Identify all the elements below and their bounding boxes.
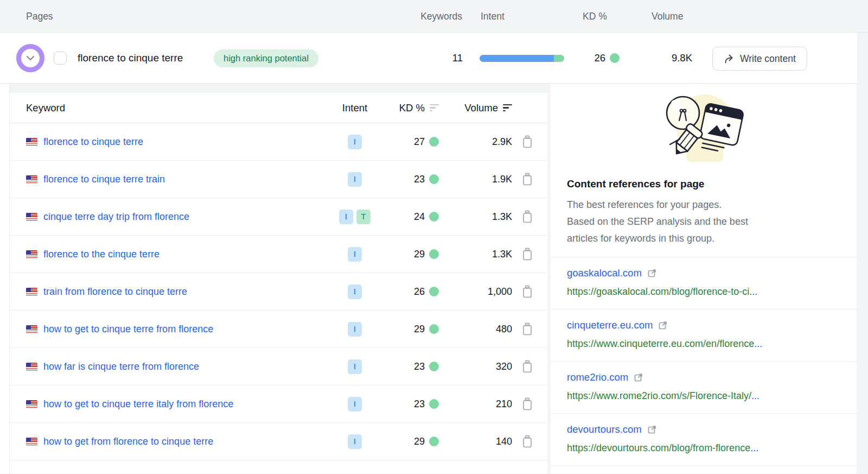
us-flag-icon	[26, 138, 37, 146]
reference-item: goaskalocal.com https://goaskalocal.com/…	[551, 257, 857, 309]
delete-keyword-button[interactable]	[521, 134, 534, 149]
write-content-label: Write content	[740, 53, 796, 65]
chevron-down-icon	[26, 55, 35, 61]
table-row: how to get to cinque terre from florence…	[10, 311, 547, 348]
main-content: Keyword Intent KD % Volume florence to c…	[0, 84, 868, 473]
kd-value: 29	[414, 249, 425, 260]
trash-icon	[522, 323, 533, 336]
keyword-link[interactable]: florence to the cinque terre	[43, 249, 159, 260]
keyword-link[interactable]: how to get to cinque terre italy from fl…	[43, 399, 233, 410]
intent-column-label: Intent	[481, 0, 505, 33]
external-link-icon[interactable]	[647, 425, 657, 434]
kd-difficulty-dot	[429, 137, 439, 147]
intent-badge-informational: I	[348, 434, 362, 449]
external-link-icon[interactable]	[658, 320, 668, 330]
content-references-panel: Content references for page The best ref…	[551, 84, 857, 473]
trash-icon	[522, 360, 533, 373]
keyword-link[interactable]: florence to cinque terre train	[43, 174, 165, 185]
delete-keyword-button[interactable]	[521, 396, 534, 412]
intent-badge-informational: I	[339, 210, 353, 224]
trash-icon	[522, 248, 533, 261]
kd-column-label: KD %	[583, 0, 607, 33]
volume-value: 1.3K	[439, 211, 512, 223]
group-volume-value: 9.8K	[646, 33, 692, 84]
kd-value: 23	[414, 361, 425, 372]
reference-domain-link[interactable]: devourtours.com	[567, 424, 642, 435]
reference-url: https://www.rome2rio.com/s/Florence-Ital…	[567, 390, 840, 402]
keyword-link[interactable]: how to get from florence to cinque terre	[43, 436, 213, 447]
content-references-illustration	[655, 90, 752, 172]
expand-chevron-button[interactable]	[16, 44, 44, 72]
keyword-table-panel: Keyword Intent KD % Volume florence to c…	[10, 84, 547, 473]
volume-value: 1.9K	[439, 174, 512, 185]
intent-bar-transactional-segment	[554, 55, 564, 62]
kd-value: 24	[414, 211, 425, 223]
trash-icon	[522, 435, 533, 448]
keyword-link[interactable]: how to get to cinque terre from florence	[43, 324, 213, 335]
external-link-icon[interactable]	[634, 372, 643, 382]
kd-value: 23	[414, 174, 425, 185]
trash-icon	[522, 397, 533, 410]
us-flag-icon	[26, 438, 37, 446]
delete-keyword-button[interactable]	[521, 209, 534, 224]
volume-column-label: Volume	[652, 0, 683, 33]
keyword-link[interactable]: cinque terre day trip from florence	[43, 211, 189, 223]
delete-keyword-button[interactable]	[521, 172, 534, 187]
kd-header[interactable]: KD %	[379, 102, 439, 114]
page-group-row: florence to cinque terre high ranking po…	[0, 33, 857, 84]
us-flag-icon	[26, 175, 37, 184]
reference-domain-link[interactable]: rome2rio.com	[567, 371, 628, 383]
kd-value: 29	[414, 324, 425, 335]
volume-header[interactable]: Volume	[439, 102, 512, 114]
keyword-link[interactable]: train from florence to cinque terre	[43, 286, 187, 298]
volume-value: 480	[439, 324, 512, 335]
write-content-button[interactable]: Write content	[712, 47, 807, 71]
volume-value: 210	[439, 399, 512, 410]
reference-url: https://goaskalocal.com/blog/florence-to…	[567, 286, 840, 298]
kd-difficulty-dot	[429, 399, 439, 409]
intent-badge-informational: I	[348, 135, 362, 149]
group-kd-value: 26	[585, 52, 605, 64]
keyword-link[interactable]: florence to cinque terre	[43, 136, 143, 148]
keyword-header: Keyword	[26, 102, 330, 114]
kd-value: 23	[414, 399, 425, 410]
table-row: train from florence to cinque terre I 26…	[10, 273, 547, 311]
us-flag-icon	[26, 213, 37, 221]
group-checkbox[interactable]	[54, 52, 67, 65]
redo-arrow-icon	[724, 54, 735, 64]
keywords-column-label: Keywords	[407, 0, 462, 33]
trash-icon	[522, 173, 533, 186]
kd-difficulty-dot	[429, 362, 439, 371]
table-row: how to get to cinque terre italy from fl…	[10, 385, 547, 423]
reference-domain-link[interactable]: cinqueterre.eu.com	[567, 319, 653, 331]
kd-difficulty-dot	[610, 53, 620, 63]
volume-value: 2.9K	[439, 136, 512, 148]
left-gutter	[0, 84, 10, 473]
intent-bar-informational-segment	[480, 55, 554, 62]
delete-keyword-button[interactable]	[521, 321, 534, 337]
trash-icon	[522, 135, 533, 148]
delete-keyword-button[interactable]	[521, 284, 534, 299]
external-link-icon[interactable]	[647, 268, 657, 278]
delete-keyword-button[interactable]	[521, 247, 534, 262]
table-row: how far is cinque terre from florence I …	[10, 348, 547, 385]
delete-keyword-button[interactable]	[521, 359, 534, 374]
intent-distribution-bar	[480, 55, 564, 62]
intent-badge-informational: I	[348, 172, 362, 187]
kd-difficulty-dot	[429, 287, 439, 296]
kd-difficulty-dot	[429, 437, 439, 446]
references-description: The best references for your pages. Base…	[567, 197, 840, 247]
volume-value: 140	[439, 436, 512, 447]
sort-icon-volume[interactable]	[503, 104, 512, 112]
intent-badge-informational: I	[348, 285, 362, 299]
keyword-link[interactable]: how far is cinque terre from florence	[43, 361, 199, 372]
delete-keyword-button[interactable]	[521, 434, 534, 449]
references-title: Content references for page	[567, 178, 840, 190]
table-row: cinque terre day trip from florence IT 2…	[10, 198, 547, 236]
reference-domain-link[interactable]: goaskalocal.com	[567, 267, 642, 279]
us-flag-icon	[26, 400, 37, 408]
intent-badge-transactional: T	[356, 210, 371, 224]
intent-header: Intent	[330, 102, 379, 114]
reference-url: https://devourtours.com/blog/from-floren…	[567, 443, 840, 454]
sort-icon-kd[interactable]	[430, 104, 439, 112]
